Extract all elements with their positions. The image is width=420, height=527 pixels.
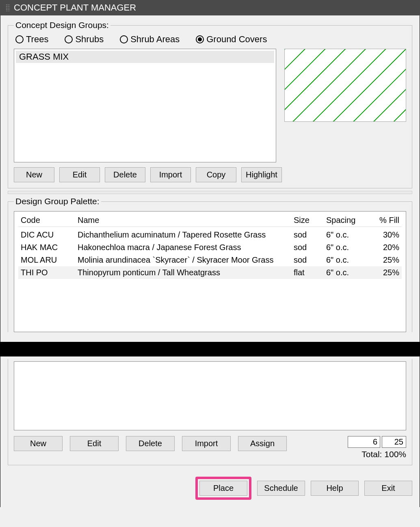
help-button[interactable]: Help [311,481,359,496]
svg-line-1 [285,49,321,85]
palette-assign-button[interactable]: Assign [238,436,287,451]
window-grip-icon [6,4,10,11]
footer-button-row: Place Schedule Help Exit [8,477,412,500]
window-title: CONCEPT PLANT MANAGER [14,2,136,13]
cell-spacing: 6" o.c. [326,230,367,240]
svg-line-3 [285,49,362,122]
radio-icon [15,35,24,43]
col-spacing: Spacing [326,216,367,225]
cell-size: sod [294,255,322,265]
total-label: Total: 100% [348,449,406,459]
svg-line-8 [370,73,406,122]
cell-name: Hakonechloa macra / Japanese Forest Gras… [78,243,290,252]
cell-fill: 25% [371,268,399,277]
cell-code: MOL ARU [21,255,74,265]
hatch-preview [284,49,406,122]
schedule-button[interactable]: Schedule [257,481,305,496]
cell-code: DIC ACU [21,230,74,240]
cell-code: THI PO [21,268,74,277]
table-row[interactable]: THI PO Thinopyrum ponticum / Tall Wheatg… [18,266,402,279]
import-button[interactable]: Import [150,167,191,182]
radio-shrubs[interactable]: Shrubs [65,34,104,45]
radio-checked-icon [196,35,204,43]
list-item[interactable]: GRASS MIX [16,51,274,63]
col-fill: % Fill [371,216,399,225]
palette-button-row: New Edit Delete Import Assign 6 25 Total… [14,436,406,459]
spacing-input[interactable]: 6 [348,436,380,448]
radio-trees[interactable]: Trees [15,34,48,45]
svg-line-4 [289,49,381,122]
cell-name: Dichanthelium acuminatum / Tapered Roset… [78,230,290,240]
section-divider [8,191,412,194]
palette-table[interactable]: Code Name Size Spacing % Fill DIC ACU Di… [14,211,406,332]
place-button-highlight: Place [195,477,251,500]
upper-panel: Concept Design Groups: Trees Shrubs Shru… [0,15,420,342]
radio-icon [65,35,73,43]
col-size: Size [294,216,322,225]
cell-size: flat [294,268,322,277]
cell-name: Thinopyrum ponticum / Tall Wheatgrass [78,268,290,277]
titlebar: CONCEPT PLANT MANAGER [0,0,420,15]
cell-spacing: 6" o.c. [326,255,367,265]
table-row[interactable]: HAK MAC Hakonechloa macra / Japanese For… [18,241,402,254]
lower-listbox[interactable] [14,361,406,430]
palette-import-button[interactable]: Import [182,436,231,451]
numeric-inputs: 6 25 Total: 100% [348,436,406,459]
palette-delete-button[interactable]: Delete [126,436,175,451]
cell-fill: 25% [371,255,399,265]
cell-spacing: 6" o.c. [326,268,367,277]
lower-fieldset: New Edit Delete Import Assign 6 25 Total… [8,359,412,465]
design-group-radio-row: Trees Shrubs Shrub Areas Ground Covers [14,32,406,49]
palette-edit-button[interactable]: Edit [70,436,119,451]
cell-fill: 20% [371,243,399,252]
svg-line-6 [329,49,406,122]
cell-spacing: 6" o.c. [326,243,367,252]
design-group-button-row: New Edit Delete Import Copy Highlight [14,167,406,182]
col-name: Name [78,216,290,225]
radio-shrub-areas-label: Shrub Areas [130,34,180,45]
palette-legend: Design Group Palette: [14,197,101,206]
radio-shrubs-label: Shrubs [75,34,104,45]
exit-button[interactable]: Exit [364,481,412,496]
copy-button[interactable]: Copy [196,167,236,182]
palette-new-button[interactable]: New [14,436,63,451]
delete-button[interactable]: Delete [105,167,145,182]
cell-code: HAK MAC [21,243,74,252]
lower-panel: New Edit Delete Import Assign 6 25 Total… [0,356,420,507]
edit-button[interactable]: Edit [59,167,100,182]
cell-name: Molinia arundinacea `Skyracer` / Skyrace… [78,255,290,265]
col-code: Code [21,216,74,225]
radio-icon [120,35,128,43]
cell-fill: 30% [371,230,399,240]
design-group-listbox[interactable]: GRASS MIX [14,49,276,162]
radio-shrub-areas[interactable]: Shrub Areas [120,34,180,45]
svg-line-2 [285,49,341,106]
table-row[interactable]: MOL ARU Molinia arundinacea `Skyracer` /… [18,254,402,266]
place-button[interactable]: Place [199,481,247,496]
design-group-palette-fieldset: Design Group Palette: Code Name Size Spa… [8,197,412,332]
radio-ground-covers-label: Ground Covers [206,34,267,45]
radio-trees-label: Trees [26,34,48,45]
cell-size: sod [294,230,322,240]
svg-line-0 [285,49,301,65]
table-header-row: Code Name Size Spacing % Fill [18,214,402,227]
svg-line-7 [349,53,406,122]
concept-design-groups-legend: Concept Design Groups: [14,20,110,30]
image-gap [0,342,420,356]
svg-line-5 [309,49,402,122]
highlight-button[interactable]: Highlight [241,167,282,182]
fill-input[interactable]: 25 [382,436,406,448]
concept-design-groups-fieldset: Concept Design Groups: Trees Shrubs Shru… [8,20,412,188]
table-row[interactable]: DIC ACU Dichanthelium acuminatum / Taper… [18,229,402,241]
new-button[interactable]: New [14,167,54,182]
radio-ground-covers[interactable]: Ground Covers [196,34,267,45]
cell-size: sod [294,243,322,252]
